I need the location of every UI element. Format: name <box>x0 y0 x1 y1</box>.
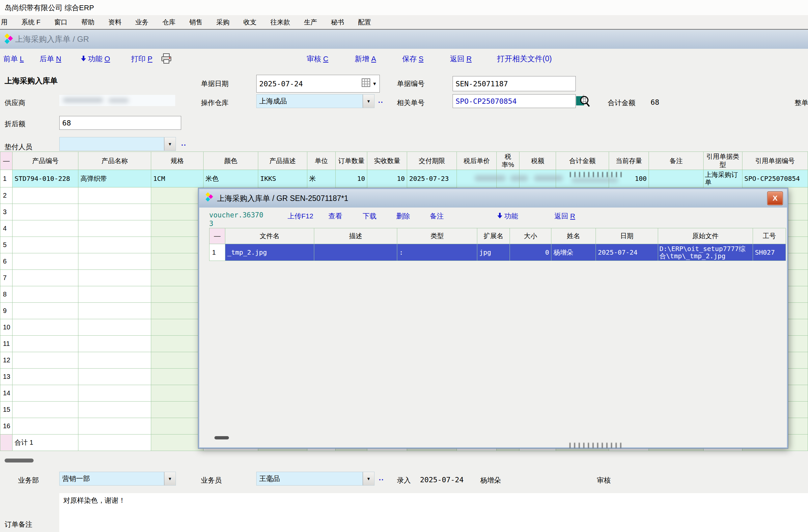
menu-item-8[interactable]: 销售 <box>183 18 209 27</box>
menu-item-3[interactable]: 窗口 <box>48 18 74 27</box>
items-cell[interactable] <box>13 336 78 352</box>
printer-icon[interactable] <box>161 53 172 65</box>
items-cell[interactable] <box>13 270 78 286</box>
dept-combo[interactable]: 营销一部 ▼ <box>59 472 176 485</box>
attachments-cell[interactable]: _tmp_2.jpg <box>225 244 314 261</box>
dialog-hscroll-thumb[interactable] <box>215 436 229 439</box>
row-number[interactable]: 13 <box>0 369 13 385</box>
advance-person-combo[interactable]: ▼ <box>59 137 176 151</box>
attachments-cell[interactable]: 0 <box>510 244 551 261</box>
calendar-icon[interactable] <box>362 78 370 89</box>
menu-item-9[interactable]: 采购 <box>209 18 237 27</box>
items-cell[interactable] <box>78 418 151 435</box>
next-doc-button[interactable]: 后单N <box>39 54 61 64</box>
items-cell[interactable] <box>78 204 151 220</box>
row-number[interactable]: 6 <box>0 253 13 270</box>
order-remark-field[interactable]: 对原样染色，谢谢！ <box>59 493 808 532</box>
row-number[interactable]: 7 <box>0 270 13 286</box>
audit-button[interactable]: 审核C <box>307 54 328 64</box>
attachments-cell[interactable]: SH027 <box>753 244 786 261</box>
items-cell[interactable]: 米 <box>307 170 335 187</box>
items-cell[interactable] <box>13 385 78 402</box>
advance-person-dropdown-button[interactable]: ▼ <box>164 137 176 150</box>
warehouse-combo[interactable]: 上海成品 ▼ <box>256 94 374 108</box>
row-number[interactable]: 10 <box>0 319 13 336</box>
menu-item-1[interactable]: 用 <box>0 18 15 27</box>
items-cell[interactable] <box>13 253 78 270</box>
items-cell[interactable] <box>13 237 78 253</box>
items-cell[interactable]: SPO-CP25070854 <box>742 170 808 187</box>
new-button[interactable]: 新增A <box>355 54 376 64</box>
items-cell[interactable] <box>78 270 151 286</box>
menu-item-12[interactable]: 生产 <box>297 18 324 27</box>
items-cell[interactable] <box>151 253 204 270</box>
items-cell[interactable] <box>78 369 151 385</box>
items-cell[interactable] <box>78 319 151 336</box>
items-cell[interactable]: 10 <box>336 170 367 187</box>
attachments-cell[interactable]: jpg <box>477 244 510 261</box>
items-cell[interactable]: IKKS <box>258 170 307 187</box>
supplier-value-redacted[interactable] <box>59 95 175 106</box>
menu-item-11[interactable]: 往来款 <box>263 18 297 27</box>
download-button[interactable]: 下载 <box>363 212 377 221</box>
items-cell[interactable] <box>78 253 151 270</box>
items-cell[interactable] <box>151 369 204 385</box>
row-number[interactable]: 8 <box>0 286 13 303</box>
items-cell[interactable] <box>151 270 204 286</box>
items-cell[interactable] <box>13 204 78 220</box>
menu-item-13[interactable]: 秘书 <box>324 18 351 27</box>
items-cell[interactable] <box>151 303 204 319</box>
row-number[interactable]: 1 <box>209 244 225 261</box>
items-cell[interactable] <box>151 352 204 369</box>
dialog-back-button[interactable]: 返回R <box>554 212 575 221</box>
attachments-cell[interactable]: 2025-07-24 <box>596 244 658 261</box>
items-cell[interactable] <box>13 187 78 204</box>
open-related-files-button[interactable]: 打开相关文件(0) <box>497 54 552 64</box>
items-cell[interactable] <box>78 220 151 237</box>
doc-number-field[interactable]: SEN-25071187 <box>453 76 576 91</box>
items-cell[interactable] <box>78 402 151 418</box>
items-cell[interactable] <box>649 170 703 187</box>
upload-button[interactable]: 上传F12 <box>288 212 313 221</box>
items-cell[interactable] <box>151 336 204 352</box>
delete-button[interactable]: 删除 <box>396 212 410 221</box>
save-button[interactable]: 保存S <box>402 54 424 64</box>
items-cell[interactable]: 2025-07-23 <box>407 170 457 187</box>
items-cell[interactable] <box>151 385 204 402</box>
row-number[interactable]: 4 <box>0 220 13 237</box>
row-number[interactable]: 11 <box>0 336 13 352</box>
dialog-functions-button[interactable]: 功能 <box>497 212 518 221</box>
menu-item-6[interactable]: 业务 <box>128 18 155 27</box>
remark-button[interactable]: 备注 <box>430 212 444 221</box>
row-number[interactable]: 3 <box>0 204 13 220</box>
items-cell[interactable] <box>13 418 78 435</box>
items-cell[interactable] <box>78 352 151 369</box>
items-cell[interactable] <box>13 220 78 237</box>
items-cell[interactable] <box>151 187 204 204</box>
attachments-cell[interactable]: D:\ERP\oit_setup7777综合\tmp\_tmp_2.jpg <box>658 244 753 261</box>
row-number[interactable]: 14 <box>0 385 13 402</box>
salesperson-dropdown-button[interactable]: ▼ <box>363 472 374 485</box>
close-dialog-button[interactable]: X <box>767 191 783 205</box>
salesperson-browse-button[interactable]: .. <box>379 474 384 482</box>
row-number[interactable]: 2 <box>0 187 13 204</box>
items-cell[interactable] <box>13 352 78 369</box>
items-cell[interactable] <box>78 385 151 402</box>
items-cell[interactable] <box>78 187 151 204</box>
date-dropdown-arrow[interactable]: ▼ <box>372 81 377 86</box>
items-cell[interactable] <box>151 402 204 418</box>
items-cell[interactable] <box>151 418 204 435</box>
row-number[interactable]: 9 <box>0 303 13 319</box>
row-number[interactable]: 15 <box>0 402 13 418</box>
menu-item-4[interactable]: 帮助 <box>74 18 102 27</box>
row-number[interactable]: 5 <box>0 237 13 253</box>
items-cell[interactable] <box>13 369 78 385</box>
menu-item-14[interactable]: 配置 <box>351 18 378 27</box>
discount-amount-field[interactable]: 68 <box>59 116 181 130</box>
attachments-cell[interactable]: 杨增朵 <box>551 244 596 261</box>
menu-item-7[interactable]: 仓库 <box>155 18 183 27</box>
salesperson-combo[interactable]: 王毫品 ▼ <box>256 472 374 485</box>
functions-button[interactable]: 功能O <box>81 54 110 64</box>
items-cell[interactable] <box>151 220 204 237</box>
back-button[interactable]: 返回R <box>450 54 472 64</box>
